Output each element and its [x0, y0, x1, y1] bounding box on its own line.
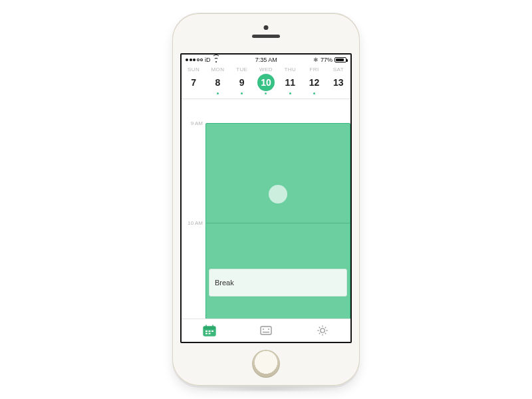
svg-point-13 [320, 329, 324, 332]
battery-fill [336, 59, 344, 61]
svg-rect-4 [205, 331, 207, 332]
break-sub-event[interactable]: Break [209, 269, 347, 297]
status-bar-right: ✱ 77% [313, 57, 346, 63]
status-bar: iD 7:35 AM ✱ 77% [182, 55, 350, 65]
date-cell-sun[interactable]: 7 [182, 72, 205, 94]
dow-label: TUE [230, 65, 254, 72]
hour-gutter: 9 AM 10 AM 11 AM [182, 111, 205, 319]
wifi-icon [213, 57, 219, 63]
calendar-icon [203, 325, 216, 336]
date-number: 7 [185, 74, 202, 91]
date-number: 9 [233, 74, 251, 91]
iphone-device-frame: iD 7:35 AM ✱ 77% SUN MON TUE WED THU FRI [172, 13, 360, 386]
dow-label: SUN [182, 65, 205, 72]
tab-calendar[interactable] [196, 323, 223, 338]
home-button[interactable] [252, 350, 280, 378]
date-cell-mon[interactable]: 8 [205, 72, 229, 94]
tab-settings[interactable] [309, 323, 336, 338]
svg-point-10 [263, 329, 264, 330]
schedule-card-icon [259, 325, 273, 336]
dow-label: SAT [327, 65, 350, 72]
svg-point-11 [268, 329, 269, 330]
hour-label-10am: 10 AM [188, 220, 203, 226]
event-dot [265, 92, 267, 94]
hour-label-9am: 9 AM [191, 120, 203, 126]
date-cell-thu[interactable]: 11 [278, 72, 302, 94]
device-shadow [188, 386, 344, 392]
svg-rect-7 [205, 333, 207, 334]
agenda-track[interactable]: Break [205, 111, 350, 319]
week-day-names-row: SUN MON TUE WED THU FRI SAT [182, 65, 350, 72]
break-label: Break [215, 279, 234, 287]
date-cell-sat[interactable]: 13 [327, 72, 350, 94]
svg-rect-1 [203, 327, 215, 329]
week-picker: SUN MON TUE WED THU FRI SAT 7 8 9 [182, 65, 350, 99]
date-number: 8 [209, 74, 226, 91]
carrier-label: iD [205, 57, 211, 63]
event-dot [241, 92, 243, 94]
week-dates-row: 7 8 9 10 11 [182, 72, 350, 98]
battery-percent-label: 77% [321, 57, 332, 63]
dow-label: MON [205, 65, 229, 72]
bluetooth-icon: ✱ [313, 57, 319, 63]
date-number: 12 [306, 74, 323, 91]
event-inner-sep-10am [206, 223, 350, 223]
app-screen: iD 7:35 AM ✱ 77% SUN MON TUE WED THU FRI [180, 53, 352, 343]
event-dot [217, 92, 219, 94]
touch-indicator-icon [269, 185, 287, 203]
phone-camera-sensor [264, 25, 269, 30]
signal-strength-icon [186, 59, 203, 61]
dow-label: WED [254, 65, 278, 72]
date-cell-fri[interactable]: 12 [302, 72, 326, 94]
status-bar-left: iD [186, 57, 219, 63]
svg-rect-9 [261, 327, 271, 334]
date-cell-wed-selected[interactable]: 10 [254, 72, 278, 94]
event-dot [313, 92, 315, 94]
dow-label: THU [278, 65, 302, 72]
svg-rect-6 [211, 331, 213, 332]
date-number: 11 [281, 74, 299, 91]
svg-rect-5 [209, 331, 211, 332]
date-number: 10 [257, 74, 275, 91]
tab-bar [182, 319, 350, 342]
day-agenda[interactable]: 9 AM 10 AM 11 AM Break [182, 99, 350, 319]
gear-icon [317, 325, 329, 336]
event-dot [289, 92, 291, 94]
clock-label: 7:35 AM [255, 57, 277, 63]
phone-speaker-grille [252, 35, 280, 38]
date-number: 13 [330, 74, 347, 91]
dow-label: FRI [302, 65, 326, 72]
shift-event-block[interactable]: Break [205, 123, 350, 319]
svg-rect-8 [209, 333, 211, 334]
date-cell-tue[interactable]: 9 [230, 72, 254, 94]
tab-schedule[interactable] [253, 323, 279, 338]
battery-icon [334, 57, 346, 63]
